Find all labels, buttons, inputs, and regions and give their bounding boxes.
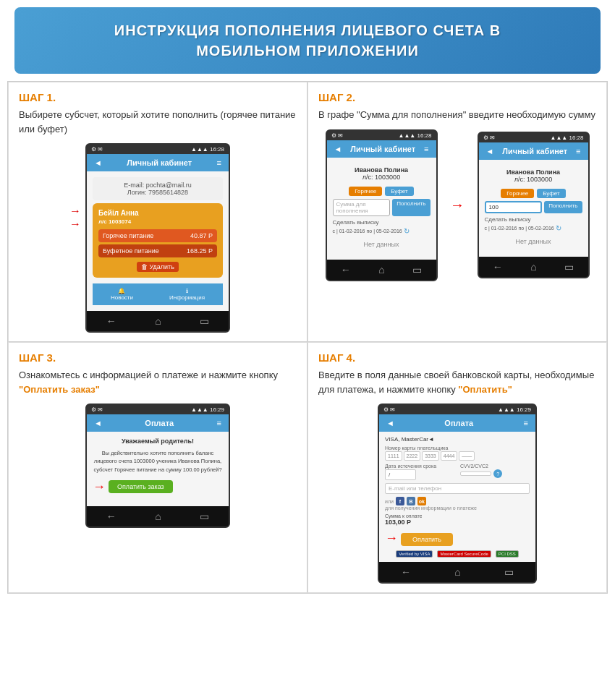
step2-left-menu[interactable]: ≡ <box>424 145 428 153</box>
step1-topbar-back[interactable]: ◄ <box>94 158 102 167</box>
step4-cvv-input[interactable] <box>460 471 491 476</box>
step3-pay-btn[interactable]: Оплатить заказ <box>109 480 173 493</box>
step3-topbar: ◄ Оплата ≡ <box>87 414 229 432</box>
step3-nav-recent[interactable]: ▭ <box>200 511 209 522</box>
step2-left-amount-input[interactable]: Сумма для пополнения <box>333 199 391 216</box>
step2-left-status-icons: ⚙ ✉ <box>331 132 343 139</box>
step1-account-card: Бейіл Анна л/с 1003074 Горячее питание 4… <box>93 203 223 278</box>
step4-arrow-wrapper: → Оплатить <box>385 530 530 546</box>
step2-right-back[interactable]: ◄ <box>486 147 494 155</box>
step2-right-nav-recent[interactable]: ▭ <box>564 261 574 273</box>
step1-login: Логин: 79585614828 <box>97 189 219 196</box>
step2-right-tab-buffet[interactable]: Буфет <box>537 189 565 198</box>
step1-quadrant: ШАГ 1. Выбирете субсчет, который хотите … <box>8 82 308 342</box>
step3-payment-text: Вы действительно хотите пополнить баланс… <box>93 449 223 474</box>
step2-left-status-right: ▲▲▲ 16:28 <box>399 132 432 139</box>
step3-quadrant: ШАГ 3. Ознакомьтесь с информацией о плат… <box>8 342 308 593</box>
step1-nav-back[interactable]: ← <box>106 315 116 327</box>
header: ИНСТРУКЦИЯ ПОПОЛНЕНИЯ ЛИЦЕВОГО СЧЕТА В М… <box>14 7 601 74</box>
step2-right-statusbar: ⚙ ✉ ▲▲▲ 16:28 <box>479 133 588 142</box>
step4-back[interactable]: ◄ <box>386 419 394 427</box>
step4-date-label: Дата истечения срока <box>385 464 454 469</box>
step2-phones: ⚙ ✉ ▲▲▲ 16:28 ◄ Личный кабинет ≡ Иванова… <box>318 129 596 281</box>
step1-tab-news[interactable]: 🔔 Новости <box>111 288 133 301</box>
step2-right-extract[interactable]: Сделать выписку <box>485 216 582 223</box>
step4-nav-home[interactable]: ⌂ <box>454 566 460 578</box>
step2-left-tab-hot[interactable]: Горячее <box>349 187 382 196</box>
step2-right-nav-home[interactable]: ⌂ <box>530 261 536 273</box>
step4-date-input[interactable]: / <box>385 469 416 480</box>
step3-topbar-title: Оплата <box>145 419 174 427</box>
step1-topbar-menu[interactable]: ≡ <box>217 158 221 167</box>
step2-left-nav-back[interactable]: ← <box>341 264 351 276</box>
step4-seg3[interactable]: 3333 <box>422 451 439 461</box>
step4-social-row: или f B ok <box>385 497 530 505</box>
step4-nav-back[interactable]: ← <box>401 566 411 578</box>
step1-topbar: ◄ Личный кабинет ≡ <box>87 154 229 171</box>
step4-pay-btn[interactable]: Оплатить <box>401 533 453 546</box>
step2-left-nav-home[interactable]: ⌂ <box>378 264 384 276</box>
step4-cvv-help-icon[interactable]: ? <box>493 469 502 478</box>
step4-card-type: VISA, MasterCar◄ <box>385 436 530 443</box>
step2-right-amount-input[interactable]: 100 <box>485 201 543 213</box>
step4-cardnum-label: Номер карты плательщика <box>385 445 530 451</box>
step4-seg2[interactable]: 2222 <box>404 451 421 461</box>
step4-fb-icon[interactable]: f <box>396 497 404 505</box>
step2-left-topbar: ◄ Личный кабинет ≡ <box>327 140 436 158</box>
step2-right-user: Иванова Полина л/с: 1003000 <box>485 166 582 186</box>
step4-cardnum-row: Номер карты плательщика 1111 2222 3333 4… <box>385 445 530 461</box>
step1-phone-wrapper: → → ⚙ ✉ ▲▲▲ 16:28 ◄ Личный кабинет ≡ E-m… <box>85 143 230 333</box>
step1-hot-label: Горячее питание <box>103 232 153 239</box>
step3-menu[interactable]: ≡ <box>217 419 221 427</box>
step1-buffet-value: 168.25 Р <box>187 247 213 255</box>
step3-desc: Ознакомьтесь с информацией о платеже и н… <box>19 368 297 396</box>
step2-right-nav-back[interactable]: ← <box>493 261 503 273</box>
step3-back[interactable]: ◄ <box>94 419 102 427</box>
step2-right-tabs: Горячее Буфет <box>485 189 582 198</box>
step4-date-cvv-row: Дата истечения срока / CVV2/CVC2 ? <box>385 464 530 483</box>
step4-vk-icon[interactable]: B <box>407 497 415 505</box>
step2-left-extract[interactable]: Сделать выписку <box>333 219 430 226</box>
step4-seg4[interactable]: 4444 <box>441 451 458 461</box>
step1-phone: ⚙ ✉ ▲▲▲ 16:28 ◄ Личный кабинет ≡ E-mail:… <box>85 143 230 333</box>
step1-nav-recent[interactable]: ▭ <box>200 315 209 327</box>
step1-nav-home[interactable]: ⌂ <box>155 315 161 327</box>
step3-nav-back[interactable]: ← <box>106 511 116 522</box>
step3-arrow-wrapper: → Оплатить заказ <box>93 479 223 495</box>
step2-left-back[interactable]: ◄ <box>334 145 342 153</box>
step1-buffet-balance[interactable]: Буфетное питание 168.25 Р <box>98 244 217 257</box>
step2-left-fill-btn[interactable]: Пополнить <box>392 199 430 216</box>
step4-visa-sec-logo: Verified by VISA <box>396 550 433 558</box>
step3-status-right: ▲▲▲ 16:29 <box>191 406 224 413</box>
step1-hot-balance[interactable]: Горячее питание 40.87 Р <box>98 229 217 242</box>
step2-left-nodata: Нет данных <box>333 235 430 254</box>
step4-email-row: E-mail или телефон <box>385 483 530 494</box>
step2-title: ШАГ 2. <box>318 91 596 103</box>
step3-nav-home[interactable]: ⌂ <box>155 511 161 522</box>
step4-seg5[interactable]: —— <box>459 451 475 461</box>
step4-menu[interactable]: ≡ <box>524 419 528 427</box>
step1-delete[interactable]: 🗑 Удалить <box>98 262 217 272</box>
step2-desc: В графе "Сумма для пополнения" введите н… <box>318 108 596 122</box>
step2-right-menu[interactable]: ≡ <box>576 147 580 155</box>
step2-left-refresh-icon[interactable]: ↻ <box>404 227 410 235</box>
step4-sum-label: Сумма к оплате <box>385 513 530 518</box>
step4-seg1[interactable]: 1111 <box>385 451 402 461</box>
step3-attention-title: Уважаемый родитель! <box>93 438 223 445</box>
step2-right-fill-btn[interactable]: Пополнить <box>544 201 582 213</box>
step2-left-nav-recent[interactable]: ▭ <box>412 264 422 276</box>
step2-right-nodata: Нет данных <box>485 232 582 251</box>
step2-right-refresh-icon[interactable]: ↻ <box>556 224 561 232</box>
main-grid: ШАГ 1. Выбирете субсчет, который хотите … <box>7 81 608 594</box>
step4-nav-recent[interactable]: ▭ <box>504 566 514 578</box>
step1-tab-info[interactable]: ℹ Информация <box>169 288 205 301</box>
step1-email: E-mail: pochta@mail.ru <box>97 182 219 189</box>
step4-email-input[interactable]: E-mail или телефон <box>385 483 530 494</box>
step2-left-tab-buffet[interactable]: Буфет <box>385 187 413 196</box>
step3-red-arrow: → <box>93 479 106 495</box>
step2-right-tab-hot[interactable]: Горячее <box>501 189 534 198</box>
step4-sum-value: 103,00 Р <box>385 518 530 526</box>
step4-ok-icon[interactable]: ok <box>417 497 426 505</box>
step1-delete-label: 🗑 Удалить <box>137 262 179 272</box>
step2-left-user: Иванова Полина л/с: 1003000 <box>333 163 430 184</box>
